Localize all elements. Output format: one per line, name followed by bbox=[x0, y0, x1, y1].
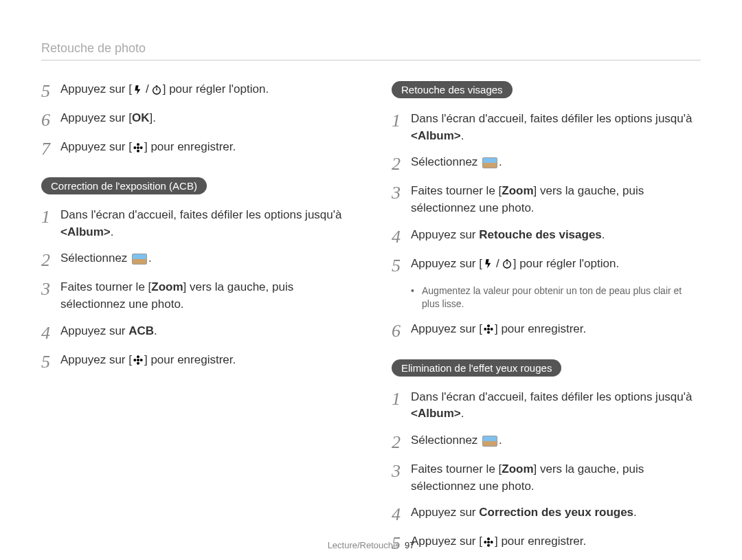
step-number: 5 bbox=[392, 256, 411, 275]
step-text: Appuyez sur [/] pour régler l'option. bbox=[411, 256, 701, 273]
step-number: 1 bbox=[392, 389, 411, 408]
step-text: Faites tourner le [Zoom] vers la gauche,… bbox=[411, 183, 701, 216]
separator: / bbox=[146, 82, 149, 96]
timer-icon bbox=[502, 258, 513, 269]
flower-icon bbox=[133, 142, 144, 153]
step-text: Appuyez sur [] pour enregistrer. bbox=[411, 321, 701, 338]
step-text: Appuyez sur [] pour enregistrer. bbox=[60, 139, 350, 156]
section-pill-yeux: Elimination de l'effet yeux rouges bbox=[392, 359, 561, 377]
separator: / bbox=[496, 257, 499, 270]
right-column: Retouche des visages 1 Dans l'écran d'ac… bbox=[392, 81, 701, 560]
page-footer: Lecture/Retouche 97 bbox=[0, 540, 742, 550]
zoom-label: Zoom bbox=[502, 184, 533, 197]
note-skin-tone: • Augmentez la valeur pour obtenir un to… bbox=[411, 284, 701, 311]
timer-icon bbox=[151, 85, 162, 96]
step-3: 3 Faites tourner le [Zoom] vers la gauch… bbox=[392, 183, 701, 216]
step-6: 6 Appuyez sur [OK]. bbox=[41, 110, 350, 129]
footer-page-number: 97 bbox=[405, 540, 414, 550]
flower-icon bbox=[483, 324, 494, 335]
flash-icon bbox=[483, 258, 494, 269]
step-text: Dans l'écran d'accueil, faites défiler l… bbox=[60, 207, 350, 240]
step-5b: 5 Appuyez sur [] pour enregistrer. bbox=[41, 352, 350, 371]
step-number: 1 bbox=[41, 207, 60, 226]
step-2: 2 Sélectionnez . bbox=[392, 432, 701, 451]
step-number: 4 bbox=[392, 227, 411, 246]
step-number: 7 bbox=[41, 139, 60, 158]
step-number: 2 bbox=[392, 432, 411, 451]
flash-icon bbox=[133, 85, 144, 96]
step-number: 3 bbox=[41, 279, 60, 298]
step-1: 1 Dans l'écran d'accueil, faites défiler… bbox=[392, 389, 701, 423]
step-3: 3 Faites tourner le [Zoom] vers la gauch… bbox=[41, 279, 350, 313]
step-2: 2 Sélectionnez . bbox=[392, 154, 701, 173]
step-text-visages: Appuyez sur Retouche des visages. bbox=[411, 227, 701, 244]
step-number: 5 bbox=[41, 352, 60, 371]
page-title: Retouche de photo bbox=[41, 41, 146, 55]
step-text: Sélectionnez . bbox=[60, 250, 350, 267]
step-text-yeux: Appuyez sur Correction des yeux rouges. bbox=[411, 504, 701, 522]
step-text: Appuyez sur [/] pour régler l'option. bbox=[60, 81, 350, 98]
note-text: Augmentez la valeur pour obtenir un ton … bbox=[422, 284, 701, 311]
step-text: Sélectionnez . bbox=[411, 432, 701, 449]
step-text: Sélectionnez . bbox=[411, 154, 701, 171]
ok-icon: OK bbox=[132, 111, 150, 124]
step-text: Appuyez sur [] pour enregistrer. bbox=[60, 352, 350, 369]
step-text: Faites tourner le [Zoom] vers la gauche,… bbox=[411, 461, 701, 495]
step-1: 1 Dans l'écran d'accueil, faites défiler… bbox=[41, 207, 350, 240]
step-2: 2 Sélectionnez . bbox=[41, 250, 350, 269]
step-number: 3 bbox=[392, 461, 411, 480]
left-column: 5 Appuyez sur [/] pour régler l'option. … bbox=[41, 81, 350, 560]
step-3: 3 Faites tourner le [Zoom] vers la gauch… bbox=[392, 461, 701, 495]
step-5: 5 Appuyez sur [/] pour régler l'option. bbox=[41, 81, 350, 100]
step-text: Dans l'écran d'accueil, faites défiler l… bbox=[411, 111, 701, 144]
step-6: 6 Appuyez sur [] pour enregistrer. bbox=[392, 321, 701, 340]
thumbnail-icon bbox=[482, 157, 497, 168]
step-7: 7 Appuyez sur [] pour enregistrer. bbox=[41, 139, 350, 158]
step-number: 6 bbox=[41, 110, 60, 129]
manual-page: Retouche de photo 5 Appuyez sur [/] pour… bbox=[0, 0, 742, 560]
step-number: 4 bbox=[392, 504, 411, 524]
section-pill-visages: Retouche des visages bbox=[392, 81, 513, 98]
step-text: Appuyez sur [OK]. bbox=[60, 110, 350, 127]
step-number: 2 bbox=[41, 250, 60, 269]
step-4: 4 Appuyez sur Correction des yeux rouges… bbox=[392, 504, 701, 524]
step-text: Appuyez sur ACB. bbox=[60, 323, 350, 340]
zoom-label: Zoom bbox=[151, 280, 183, 293]
flower-icon bbox=[133, 355, 144, 366]
content-columns: 5 Appuyez sur [/] pour régler l'option. … bbox=[41, 81, 701, 560]
step-number: 1 bbox=[392, 111, 411, 130]
bullet-icon: • bbox=[411, 284, 422, 311]
step-4: 4 Appuyez sur ACB. bbox=[41, 323, 350, 342]
page-header: Retouche de photo bbox=[41, 41, 701, 60]
section-pill-acb: Correction de l'exposition (ACB) bbox=[41, 177, 207, 194]
album-label: <Album> bbox=[411, 129, 461, 142]
zoom-label: Zoom bbox=[502, 462, 533, 475]
thumbnail-icon bbox=[132, 254, 147, 265]
step-number: 2 bbox=[392, 154, 411, 173]
step-5: 5 Appuyez sur [/] pour régler l'option. bbox=[392, 256, 701, 275]
step-number: 6 bbox=[392, 321, 411, 340]
step-text: Dans l'écran d'accueil, faites défiler l… bbox=[411, 389, 701, 423]
step-number: 3 bbox=[392, 183, 411, 202]
step-1: 1 Dans l'écran d'accueil, faites défiler… bbox=[392, 111, 701, 144]
step-number: 5 bbox=[41, 81, 60, 100]
step-text: Faites tourner le [Zoom] vers la gauche,… bbox=[60, 279, 350, 313]
album-label: <Album> bbox=[411, 407, 461, 420]
album-label: <Album> bbox=[60, 225, 111, 238]
footer-section: Lecture/Retouche bbox=[328, 540, 398, 550]
step-number: 4 bbox=[41, 323, 60, 342]
thumbnail-icon bbox=[482, 436, 497, 447]
step-4: 4 Appuyez sur Retouche des visages. bbox=[392, 227, 701, 246]
